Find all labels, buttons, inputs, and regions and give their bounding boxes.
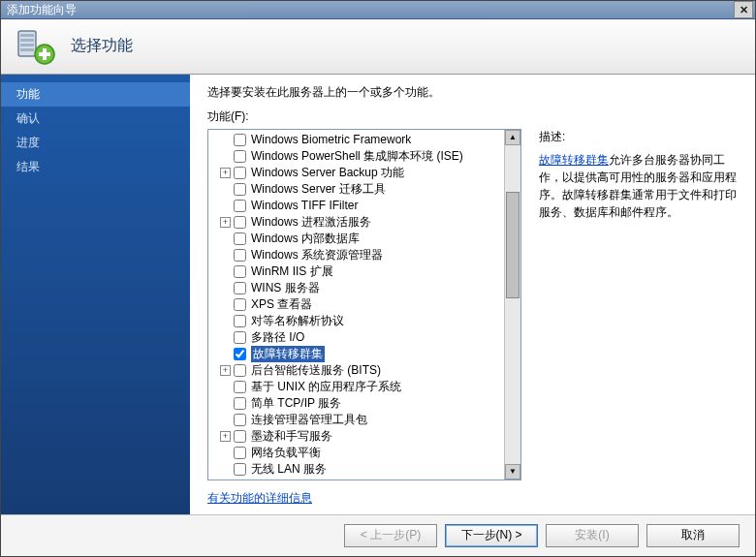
close-icon: ✕ [740, 4, 748, 16]
expand-spacer [220, 135, 231, 145]
feature-item[interactable]: Windows Biometric Framework [208, 132, 504, 148]
feature-item[interactable]: 网络负载平衡 [208, 445, 504, 461]
sidebar-step-features[interactable]: 功能 [1, 82, 190, 107]
wizard-window: 添加功能向导 ✕ 选择功能 功能 确认 进度 结果 选择要安装在此服务器 [0, 0, 756, 557]
svg-rect-2 [20, 39, 34, 42]
expand-spacer [220, 201, 231, 211]
feature-item[interactable]: Windows 内部数据库 [208, 231, 504, 247]
tree-scrollbar[interactable]: ▲ ▼ [504, 130, 520, 480]
feature-label: Windows PowerShell 集成脚本环境 (ISE) [251, 148, 463, 165]
feature-item[interactable]: +后台智能传送服务 (BITS) [208, 362, 504, 379]
feature-item[interactable]: 无线 LAN 服务 [208, 461, 504, 478]
more-info-link[interactable]: 有关功能的详细信息 [207, 490, 741, 507]
feature-checkbox[interactable] [234, 298, 246, 311]
svg-rect-4 [20, 48, 34, 51]
expand-spacer [220, 233, 231, 244]
feature-checkbox[interactable] [234, 381, 246, 393]
expand-spacer [220, 184, 231, 195]
expand-icon[interactable]: + [220, 168, 231, 178]
expand-spacer [220, 250, 231, 261]
feature-checkbox[interactable] [234, 463, 246, 476]
expand-spacer [220, 448, 231, 458]
next-button[interactable]: 下一步(N) > [445, 524, 538, 547]
expand-spacer [220, 151, 231, 162]
feature-checkbox[interactable] [234, 364, 246, 377]
expand-spacer [220, 316, 231, 326]
sidebar-step-progress[interactable]: 进度 [1, 131, 190, 155]
scroll-down-icon[interactable]: ▼ [505, 464, 520, 480]
feature-label: WinRM IIS 扩展 [251, 263, 333, 280]
feature-label: Windows 系统资源管理器 [251, 247, 383, 263]
svg-rect-3 [20, 44, 34, 46]
expand-icon[interactable]: + [220, 217, 231, 228]
back-button[interactable]: < 上一步(P) [344, 524, 437, 547]
feature-item[interactable]: 对等名称解析协议 [208, 313, 504, 329]
feature-label: 多路径 I/O [251, 329, 304, 346]
page-title: 选择功能 [71, 36, 133, 56]
feature-label: 对等名称解析协议 [251, 313, 344, 329]
feature-checkbox[interactable] [234, 315, 246, 327]
sidebar-step-confirm[interactable]: 确认 [1, 107, 190, 131]
feature-checkbox[interactable] [234, 447, 246, 459]
feature-checkbox[interactable] [234, 397, 246, 410]
expand-spacer [220, 464, 231, 475]
description-title: 描述: [539, 129, 741, 145]
description-link[interactable]: 故障转移群集 [539, 153, 609, 167]
feature-checkbox[interactable] [234, 331, 246, 344]
feature-checkbox[interactable] [234, 348, 246, 360]
feature-label: 无线 LAN 服务 [251, 461, 327, 478]
feature-checkbox[interactable] [234, 232, 246, 245]
sidebar-step-results[interactable]: 结果 [1, 155, 190, 179]
feature-item[interactable]: 连接管理器管理工具包 [208, 412, 504, 428]
svg-rect-1 [20, 34, 34, 37]
feature-item[interactable]: +墨迹和手写服务 [208, 428, 504, 445]
feature-label: XPS 查看器 [251, 296, 312, 313]
scroll-thumb[interactable] [506, 192, 520, 298]
feature-checkbox[interactable] [234, 216, 246, 229]
feature-checkbox[interactable] [234, 183, 246, 196]
feature-item[interactable]: +Windows 进程激活服务 [208, 214, 504, 231]
feature-label: 连接管理器管理工具包 [251, 412, 367, 428]
expand-spacer [220, 398, 231, 409]
feature-item[interactable]: Windows Server 迁移工具 [208, 181, 504, 198]
feature-item[interactable]: 故障转移群集 [208, 346, 504, 362]
features-tree: Windows Biometric FrameworkWindows Power… [207, 129, 521, 480]
feature-item[interactable]: Windows TIFF IFilter [208, 198, 504, 214]
scroll-up-icon[interactable]: ▲ [505, 130, 520, 145]
feature-item[interactable]: 基于 UNIX 的应用程序子系统 [208, 379, 504, 395]
feature-label: 简单 TCP/IP 服务 [251, 395, 341, 412]
install-button[interactable]: 安装(I) [546, 524, 639, 547]
feature-checkbox[interactable] [234, 265, 246, 278]
feature-label: Windows 内部数据库 [251, 231, 360, 247]
feature-label: Windows Biometric Framework [251, 133, 411, 146]
feature-checkbox[interactable] [234, 282, 246, 294]
expand-icon[interactable]: + [220, 365, 231, 376]
close-button[interactable]: ✕ [734, 1, 753, 18]
feature-checkbox[interactable] [234, 249, 246, 262]
wizard-content: 选择要安装在此服务器上的一个或多个功能。 功能(F): Windows Biom… [190, 75, 755, 514]
feature-checkbox[interactable] [234, 414, 246, 426]
feature-checkbox[interactable] [234, 200, 246, 212]
feature-label: Windows 进程激活服务 [251, 214, 371, 231]
expand-icon[interactable]: + [220, 431, 231, 442]
title-bar: 添加功能向导 ✕ [1, 1, 755, 19]
feature-checkbox[interactable] [234, 430, 246, 443]
feature-item[interactable]: Windows 系统资源管理器 [208, 247, 504, 263]
feature-checkbox[interactable] [234, 134, 246, 146]
feature-item[interactable]: WINS 服务器 [208, 280, 504, 296]
svg-rect-7 [39, 52, 50, 56]
feature-label: WINS 服务器 [251, 280, 320, 296]
wizard-sidebar: 功能 确认 进度 结果 [1, 75, 190, 514]
feature-item[interactable]: 简单 TCP/IP 服务 [208, 395, 504, 412]
feature-item[interactable]: XPS 查看器 [208, 296, 504, 313]
feature-checkbox[interactable] [234, 150, 246, 163]
description-text: 故障转移群集允许多台服务器协同工作，以提供高可用性的服务器和应用程序。故障转移群… [539, 151, 741, 221]
expand-spacer [220, 382, 231, 392]
feature-checkbox[interactable] [234, 167, 246, 179]
feature-item[interactable]: WinRM IIS 扩展 [208, 263, 504, 280]
feature-item[interactable]: +Windows Server Backup 功能 [208, 165, 504, 181]
wizard-body: 功能 确认 进度 结果 选择要安装在此服务器上的一个或多个功能。 功能(F): … [1, 75, 755, 514]
feature-item[interactable]: Windows PowerShell 集成脚本环境 (ISE) [208, 148, 504, 165]
feature-item[interactable]: 多路径 I/O [208, 329, 504, 346]
cancel-button[interactable]: 取消 [646, 524, 740, 547]
